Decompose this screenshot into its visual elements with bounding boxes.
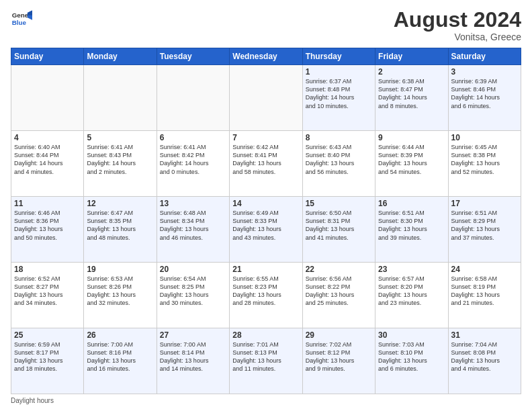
table-row: 4Sunrise: 6:40 AM Sunset: 8:44 PM Daylig… bbox=[11, 131, 84, 197]
page: General Blue August 2024 Vonitsa, Greece… bbox=[0, 0, 532, 411]
table-row: 6Sunrise: 6:41 AM Sunset: 8:42 PM Daylig… bbox=[157, 131, 229, 197]
table-row: 19Sunrise: 6:53 AM Sunset: 8:26 PM Dayli… bbox=[84, 263, 157, 328]
day-number: 31 bbox=[451, 330, 518, 340]
table-row: 8Sunrise: 6:43 AM Sunset: 8:40 PM Daylig… bbox=[302, 131, 375, 197]
day-info: Sunrise: 6:44 AM Sunset: 8:39 PM Dayligh… bbox=[378, 143, 445, 176]
day-info: Sunrise: 6:42 AM Sunset: 8:41 PM Dayligh… bbox=[232, 143, 299, 176]
logo: General Blue bbox=[11, 8, 32, 30]
generalblue-logo-icon: General Blue bbox=[11, 8, 32, 30]
day-number: 29 bbox=[306, 330, 372, 340]
table-row: 22Sunrise: 6:56 AM Sunset: 8:22 PM Dayli… bbox=[302, 263, 375, 328]
day-info: Sunrise: 6:43 AM Sunset: 8:40 PM Dayligh… bbox=[306, 143, 372, 176]
day-number: 25 bbox=[14, 330, 81, 340]
table-row: 20Sunrise: 6:54 AM Sunset: 8:25 PM Dayli… bbox=[157, 263, 229, 328]
day-info: Sunrise: 6:52 AM Sunset: 8:27 PM Dayligh… bbox=[14, 275, 81, 308]
day-info: Sunrise: 6:46 AM Sunset: 8:36 PM Dayligh… bbox=[14, 209, 81, 242]
day-number: 4 bbox=[14, 133, 81, 142]
day-info: Sunrise: 6:49 AM Sunset: 8:33 PM Dayligh… bbox=[232, 209, 299, 242]
day-number: 8 bbox=[306, 133, 372, 142]
day-number: 20 bbox=[160, 265, 226, 274]
footer-note: Daylight hours bbox=[11, 397, 521, 404]
day-info: Sunrise: 7:01 AM Sunset: 8:13 PM Dayligh… bbox=[232, 340, 299, 373]
calendar-week-row: 18Sunrise: 6:52 AM Sunset: 8:27 PM Dayli… bbox=[11, 263, 521, 328]
day-info: Sunrise: 6:38 AM Sunset: 8:47 PM Dayligh… bbox=[378, 77, 445, 110]
title-block: August 2024 Vonitsa, Greece bbox=[394, 8, 521, 42]
day-info: Sunrise: 6:55 AM Sunset: 8:23 PM Dayligh… bbox=[232, 275, 299, 308]
table-row: 28Sunrise: 7:01 AM Sunset: 8:13 PM Dayli… bbox=[230, 328, 302, 394]
table-row: 13Sunrise: 6:48 AM Sunset: 8:34 PM Dayli… bbox=[157, 197, 229, 263]
day-number: 10 bbox=[451, 133, 518, 142]
day-number: 5 bbox=[87, 133, 153, 142]
table-row: 30Sunrise: 7:03 AM Sunset: 8:10 PM Dayli… bbox=[375, 328, 448, 394]
header-thursday: Thursday bbox=[302, 48, 375, 65]
table-row: 9Sunrise: 6:44 AM Sunset: 8:39 PM Daylig… bbox=[375, 131, 448, 197]
day-info: Sunrise: 7:03 AM Sunset: 8:10 PM Dayligh… bbox=[378, 340, 445, 373]
day-header-row: Sunday Monday Tuesday Wednesday Thursday… bbox=[11, 48, 521, 65]
table-row: 29Sunrise: 7:02 AM Sunset: 8:12 PM Dayli… bbox=[302, 328, 375, 394]
day-number: 13 bbox=[160, 199, 226, 208]
calendar: Sunday Monday Tuesday Wednesday Thursday… bbox=[11, 48, 521, 394]
day-number: 26 bbox=[87, 330, 153, 340]
table-row bbox=[11, 65, 84, 131]
table-row: 17Sunrise: 6:51 AM Sunset: 8:29 PM Dayli… bbox=[448, 197, 521, 263]
day-number: 1 bbox=[306, 67, 372, 77]
day-info: Sunrise: 6:47 AM Sunset: 8:35 PM Dayligh… bbox=[87, 209, 153, 242]
table-row: 2Sunrise: 6:38 AM Sunset: 8:47 PM Daylig… bbox=[375, 65, 448, 131]
table-row: 27Sunrise: 7:00 AM Sunset: 8:14 PM Dayli… bbox=[157, 328, 229, 394]
day-info: Sunrise: 6:59 AM Sunset: 8:17 PM Dayligh… bbox=[14, 340, 81, 373]
day-number: 7 bbox=[232, 133, 299, 142]
month-year: August 2024 bbox=[394, 8, 521, 32]
day-info: Sunrise: 6:50 AM Sunset: 8:31 PM Dayligh… bbox=[306, 209, 372, 242]
day-number: 6 bbox=[160, 133, 226, 142]
day-info: Sunrise: 7:00 AM Sunset: 8:14 PM Dayligh… bbox=[160, 340, 226, 373]
day-number: 12 bbox=[87, 199, 153, 208]
calendar-week-row: 11Sunrise: 6:46 AM Sunset: 8:36 PM Dayli… bbox=[11, 197, 521, 263]
table-row: 31Sunrise: 7:04 AM Sunset: 8:08 PM Dayli… bbox=[448, 328, 521, 394]
day-number: 11 bbox=[14, 199, 81, 208]
day-number: 16 bbox=[378, 199, 445, 208]
location: Vonitsa, Greece bbox=[394, 32, 521, 42]
day-info: Sunrise: 6:57 AM Sunset: 8:20 PM Dayligh… bbox=[378, 275, 445, 308]
table-row: 23Sunrise: 6:57 AM Sunset: 8:20 PM Dayli… bbox=[375, 263, 448, 328]
table-row: 1Sunrise: 6:37 AM Sunset: 8:48 PM Daylig… bbox=[302, 65, 375, 131]
day-info: Sunrise: 6:37 AM Sunset: 8:48 PM Dayligh… bbox=[306, 77, 372, 110]
day-number: 18 bbox=[14, 265, 81, 274]
table-row: 18Sunrise: 6:52 AM Sunset: 8:27 PM Dayli… bbox=[11, 263, 84, 328]
table-row: 7Sunrise: 6:42 AM Sunset: 8:41 PM Daylig… bbox=[230, 131, 302, 197]
table-row: 14Sunrise: 6:49 AM Sunset: 8:33 PM Dayli… bbox=[230, 197, 302, 263]
day-info: Sunrise: 7:04 AM Sunset: 8:08 PM Dayligh… bbox=[451, 340, 518, 373]
table-row: 10Sunrise: 6:45 AM Sunset: 8:38 PM Dayli… bbox=[448, 131, 521, 197]
day-info: Sunrise: 6:54 AM Sunset: 8:25 PM Dayligh… bbox=[160, 275, 226, 308]
day-number: 28 bbox=[232, 330, 299, 340]
table-row: 15Sunrise: 6:50 AM Sunset: 8:31 PM Dayli… bbox=[302, 197, 375, 263]
day-info: Sunrise: 6:58 AM Sunset: 8:19 PM Dayligh… bbox=[451, 275, 518, 308]
day-info: Sunrise: 6:48 AM Sunset: 8:34 PM Dayligh… bbox=[160, 209, 226, 242]
table-row bbox=[230, 65, 302, 131]
day-number: 14 bbox=[232, 199, 299, 208]
header-sunday: Sunday bbox=[11, 48, 84, 65]
day-info: Sunrise: 6:41 AM Sunset: 8:43 PM Dayligh… bbox=[87, 143, 153, 176]
calendar-week-row: 25Sunrise: 6:59 AM Sunset: 8:17 PM Dayli… bbox=[11, 328, 521, 394]
table-row: 12Sunrise: 6:47 AM Sunset: 8:35 PM Dayli… bbox=[84, 197, 157, 263]
day-info: Sunrise: 6:51 AM Sunset: 8:29 PM Dayligh… bbox=[451, 209, 518, 242]
day-number: 30 bbox=[378, 330, 445, 340]
day-number: 9 bbox=[378, 133, 445, 142]
table-row: 25Sunrise: 6:59 AM Sunset: 8:17 PM Dayli… bbox=[11, 328, 84, 394]
header-wednesday: Wednesday bbox=[230, 48, 302, 65]
calendar-week-row: 1Sunrise: 6:37 AM Sunset: 8:48 PM Daylig… bbox=[11, 65, 521, 131]
day-number: 15 bbox=[306, 199, 372, 208]
header-saturday: Saturday bbox=[448, 48, 521, 65]
day-number: 22 bbox=[306, 265, 372, 274]
day-info: Sunrise: 6:45 AM Sunset: 8:38 PM Dayligh… bbox=[451, 143, 518, 176]
header-tuesday: Tuesday bbox=[157, 48, 229, 65]
table-row: 24Sunrise: 6:58 AM Sunset: 8:19 PM Dayli… bbox=[448, 263, 521, 328]
header-friday: Friday bbox=[375, 48, 448, 65]
table-row: 16Sunrise: 6:51 AM Sunset: 8:30 PM Dayli… bbox=[375, 197, 448, 263]
calendar-week-row: 4Sunrise: 6:40 AM Sunset: 8:44 PM Daylig… bbox=[11, 131, 521, 197]
table-row bbox=[84, 65, 157, 131]
day-number: 17 bbox=[451, 199, 518, 208]
calendar-table: Sunday Monday Tuesday Wednesday Thursday… bbox=[11, 48, 521, 394]
table-row: 26Sunrise: 7:00 AM Sunset: 8:16 PM Dayli… bbox=[84, 328, 157, 394]
header-monday: Monday bbox=[84, 48, 157, 65]
day-number: 27 bbox=[160, 330, 226, 340]
